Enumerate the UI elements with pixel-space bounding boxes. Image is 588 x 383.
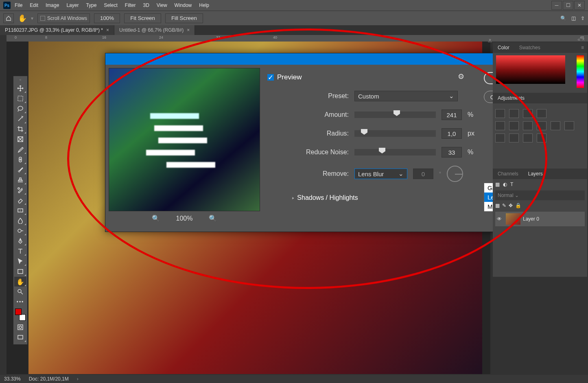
- angle-dial[interactable]: [447, 166, 463, 182]
- foreground-color-swatch[interactable]: [15, 309, 22, 315]
- tab-close-icon[interactable]: ×: [106, 27, 109, 33]
- blend-mode-select[interactable]: Normal ⌄: [495, 190, 585, 200]
- blur-tool[interactable]: [14, 216, 26, 225]
- lock-all-icon[interactable]: 🔒: [515, 203, 521, 208]
- remove-select[interactable]: Lens Blur⌄: [354, 169, 407, 179]
- tab-swatches[interactable]: Swatches: [514, 43, 545, 52]
- noise-slider[interactable]: [354, 149, 436, 155]
- window-close-button[interactable]: ✕: [574, 1, 585, 10]
- share-icon[interactable]: ⇪: [581, 15, 585, 21]
- dodge-tool[interactable]: [14, 226, 26, 236]
- pen-tool[interactable]: [14, 236, 26, 246]
- adjustment-posterize-icon[interactable]: [509, 134, 519, 142]
- visibility-icon[interactable]: 👁: [497, 216, 503, 222]
- angle-input[interactable]: [413, 169, 433, 179]
- menu-type[interactable]: Type: [83, 1, 100, 10]
- fit-screen-button[interactable]: Fit Screen: [124, 13, 161, 23]
- brush-tool[interactable]: [14, 165, 26, 175]
- panel-close-icon[interactable]: ×: [582, 37, 585, 42]
- doc-tab-2[interactable]: Untitled-1 @ 66,7% (RGB/8#) ×: [114, 25, 195, 35]
- adjustment-channelmixer-icon[interactable]: [564, 121, 574, 130]
- marquee-tool[interactable]: [14, 94, 26, 103]
- layer-row[interactable]: 👁 Layer 0: [495, 212, 585, 226]
- lock-position-icon[interactable]: ✥: [509, 203, 513, 208]
- layer-filter-pixel-icon[interactable]: ▦: [495, 182, 500, 187]
- menu-edit[interactable]: Edit: [26, 1, 42, 10]
- tab-adjustments[interactable]: Adjustments: [493, 94, 529, 103]
- gear-icon[interactable]: ⚙: [458, 72, 464, 81]
- adjustment-colorbalance-icon[interactable]: [523, 121, 533, 130]
- adjustment-brightness-icon[interactable]: [495, 109, 505, 118]
- layer-filter-adjust-icon[interactable]: ◐: [503, 182, 507, 187]
- zoom-tool[interactable]: [14, 287, 26, 297]
- color-field[interactable]: [496, 55, 565, 84]
- adjustment-levels-icon[interactable]: [509, 109, 519, 118]
- home-button[interactable]: [3, 13, 14, 23]
- adjustment-bw-icon[interactable]: [537, 121, 546, 130]
- rectangle-tool[interactable]: [14, 267, 26, 276]
- panel-menu-icon[interactable]: ≡: [581, 45, 587, 50]
- menu-view[interactable]: View: [153, 1, 170, 10]
- healing-brush-tool[interactable]: [14, 155, 26, 164]
- radius-input[interactable]: [442, 128, 462, 139]
- frame-tool[interactable]: [14, 134, 26, 144]
- noise-input[interactable]: [442, 147, 462, 158]
- menu-select[interactable]: Select: [101, 1, 120, 10]
- fill-screen-button[interactable]: Fill Screen: [165, 13, 203, 23]
- menu-window[interactable]: Window: [171, 1, 195, 10]
- color-panel[interactable]: [493, 53, 587, 93]
- menu-3d[interactable]: 3D: [140, 1, 152, 10]
- gradient-tool[interactable]: [14, 206, 26, 215]
- amount-input[interactable]: [442, 109, 462, 120]
- adjustment-photofilter-icon[interactable]: [551, 121, 560, 130]
- adjustment-gradientmap-icon[interactable]: [537, 134, 546, 142]
- eyedropper-tool[interactable]: [14, 144, 26, 154]
- adjustment-curves-icon[interactable]: [523, 109, 533, 118]
- tab-channels[interactable]: Channels: [493, 169, 523, 178]
- tab-close-icon[interactable]: ×: [187, 27, 190, 33]
- preview-checkbox[interactable]: ✓ Preview: [267, 73, 302, 81]
- window-restore-button[interactable]: ☐: [563, 1, 573, 10]
- adjustment-vibrance-icon[interactable]: [495, 121, 505, 130]
- panel-collapse-icon[interactable]: «: [577, 37, 580, 42]
- eraser-tool[interactable]: [14, 195, 26, 205]
- menu-help[interactable]: Help: [196, 1, 212, 10]
- window-minimize-button[interactable]: ─: [551, 1, 562, 10]
- zoom-100-button[interactable]: 100%: [94, 13, 120, 23]
- move-tool[interactable]: [14, 83, 26, 93]
- amount-slider[interactable]: [354, 112, 436, 118]
- magic-wand-tool[interactable]: [14, 114, 26, 124]
- quickmask-button[interactable]: [14, 322, 26, 332]
- menu-layer[interactable]: Layer: [63, 1, 82, 10]
- scroll-all-windows-checkbox[interactable]: Scroll All Windows: [37, 13, 90, 23]
- status-zoom[interactable]: 33.33%: [4, 376, 21, 382]
- lock-pixels-icon[interactable]: ✎: [502, 203, 506, 208]
- workspace-icon[interactable]: ◫: [571, 15, 576, 21]
- clone-stamp-tool[interactable]: [14, 175, 26, 185]
- adjustment-threshold-icon[interactable]: [523, 134, 533, 142]
- adjustment-hue-icon[interactable]: [509, 121, 519, 130]
- tab-color[interactable]: Color: [493, 43, 514, 52]
- status-doc-size[interactable]: Doc: 20,1M/20,1M: [29, 376, 69, 382]
- adjustment-invert-icon[interactable]: [495, 134, 505, 142]
- hand-tool[interactable]: ✋: [14, 277, 26, 287]
- crop-tool[interactable]: [14, 124, 26, 134]
- radius-slider[interactable]: [354, 130, 436, 137]
- layer-thumbnail[interactable]: [506, 213, 520, 225]
- lock-transparent-icon[interactable]: ▦: [495, 203, 500, 208]
- type-tool[interactable]: [14, 246, 26, 256]
- path-selection-tool[interactable]: [14, 256, 26, 266]
- menu-filter[interactable]: Filter: [122, 1, 139, 10]
- menu-file[interactable]: File: [11, 1, 26, 10]
- menu-image[interactable]: Image: [42, 1, 62, 10]
- screenmode-button[interactable]: [14, 333, 26, 342]
- layer-filter-type-icon[interactable]: T: [510, 182, 513, 187]
- edit-toolbar-button[interactable]: •••: [14, 297, 26, 307]
- shadows-highlights-toggle[interactable]: › Shadows / Highlights: [267, 194, 476, 201]
- tab-layers[interactable]: Layers: [523, 169, 548, 178]
- zoom-in-icon[interactable]: 🔍: [209, 214, 217, 222]
- hue-slider[interactable]: [577, 55, 584, 88]
- status-chevron-icon[interactable]: ›: [77, 376, 79, 382]
- history-brush-tool[interactable]: [14, 185, 26, 195]
- lasso-tool[interactable]: [14, 104, 26, 114]
